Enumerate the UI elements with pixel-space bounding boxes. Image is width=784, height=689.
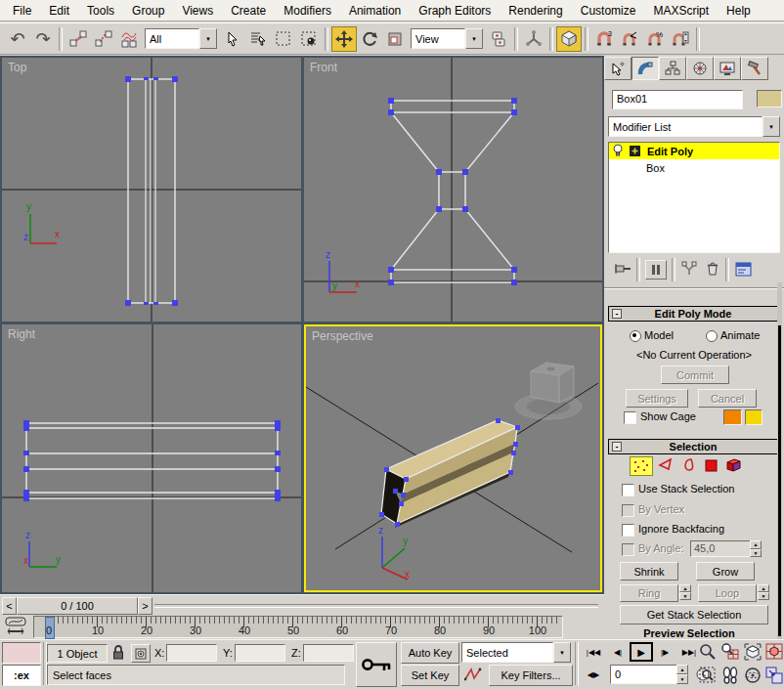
arc-rotate-icon[interactable]: [743, 666, 762, 687]
window-crossing-toggle-icon[interactable]: [296, 26, 322, 52]
undo-icon[interactable]: ↶: [5, 26, 30, 52]
time-slider-right-icon[interactable]: >: [138, 597, 152, 615]
menu-item-maxscript[interactable]: MAXScript: [644, 1, 718, 21]
grow-button[interactable]: Grow: [696, 562, 755, 581]
auto-key-button[interactable]: Auto Key: [401, 642, 459, 664]
rectangular-selection-region-icon[interactable]: [271, 26, 296, 52]
preview-selection-header[interactable]: Preview Selection: [604, 627, 774, 639]
by-angle-spinner[interactable]: ▲▼: [750, 540, 762, 557]
angle-snap-icon[interactable]: [617, 26, 642, 52]
tab-display[interactable]: [714, 57, 741, 80]
object-name-field[interactable]: Box01: [612, 90, 743, 109]
select-and-move-icon[interactable]: [331, 26, 357, 52]
make-unique-icon[interactable]: [680, 261, 698, 279]
menu-item-rendering[interactable]: Rendering: [500, 1, 571, 21]
chevron-down-icon[interactable]: ▼: [553, 642, 571, 663]
animate-radio[interactable]: [706, 330, 718, 342]
key-mode-toggle-icon[interactable]: ◀▶: [581, 665, 606, 684]
panel-scrollbar-thumb[interactable]: [778, 325, 781, 636]
viewport-right-label[interactable]: Right: [8, 327, 35, 341]
menu-item-animation[interactable]: Animation: [340, 1, 410, 21]
stack-item-box[interactable]: Box: [609, 159, 779, 176]
cage-color-swatch[interactable]: [723, 409, 742, 425]
collapse-icon[interactable]: -: [612, 309, 622, 319]
pan-icon[interactable]: [720, 666, 740, 687]
set-key-button[interactable]: Set Key: [401, 665, 459, 686]
remove-modifier-icon[interactable]: [706, 261, 719, 279]
loop-button[interactable]: Loop: [698, 584, 757, 602]
select-and-manipulate-icon[interactable]: [521, 26, 546, 52]
coord-system-dropdown[interactable]: View ▼: [411, 28, 483, 49]
absolute-offset-toggle-icon[interactable]: [131, 644, 151, 663]
viewport-front[interactable]: Front: [304, 58, 602, 322]
go-to-start-button[interactable]: |◀◀: [581, 642, 606, 662]
region-zoom-icon[interactable]: [698, 666, 718, 687]
viewport-top[interactable]: Top y z x: [2, 58, 301, 322]
menu-item-help[interactable]: Help: [718, 1, 760, 21]
menu-item-views[interactable]: Views: [173, 1, 222, 21]
loop-spinner[interactable]: ▲▼: [758, 584, 769, 600]
vertex-subobject-icon[interactable]: [630, 456, 653, 476]
menu-item-graph-editors[interactable]: Graph Editors: [410, 1, 500, 21]
by-angle-checkbox[interactable]: [622, 543, 634, 556]
viewport-front-label[interactable]: Front: [310, 61, 337, 74]
rollout-edit-poly-mode-header[interactable]: - Edit Poly Mode: [608, 306, 778, 322]
panel-scrollbar[interactable]: [777, 282, 782, 639]
min-max-viewport-toggle-icon[interactable]: [764, 666, 784, 687]
bind-to-spacewarp-icon[interactable]: [116, 26, 142, 52]
collapse-icon[interactable]: -: [612, 442, 622, 452]
x-coordinate-field[interactable]: [166, 644, 217, 662]
y-coordinate-field[interactable]: [235, 644, 285, 662]
select-and-rotate-icon[interactable]: [357, 26, 382, 52]
object-color-swatch[interactable]: [757, 90, 782, 108]
time-slider-handle[interactable]: 0 / 100: [17, 597, 138, 615]
keyboard-shortcut-override-icon[interactable]: [556, 26, 582, 52]
rollout-selection-header[interactable]: - Selection: [608, 439, 778, 454]
stack-item-edit-poly[interactable]: Edit Poly: [609, 143, 779, 159]
previous-frame-button[interactable]: ◀|: [608, 642, 628, 662]
use-pivot-center-icon[interactable]: [486, 26, 511, 52]
menu-item-tools[interactable]: Tools: [78, 1, 123, 21]
key-filter-dropdown[interactable]: Selected ▼: [461, 642, 571, 663]
bulb-icon[interactable]: [612, 144, 625, 158]
chevron-down-icon[interactable]: ▼: [762, 116, 780, 137]
default-tangent-icon[interactable]: [461, 665, 485, 684]
tab-hierarchy[interactable]: [659, 57, 686, 80]
tab-create[interactable]: [604, 57, 632, 80]
select-by-name-icon[interactable]: [245, 26, 271, 52]
get-stack-selection-button[interactable]: Get Stack Selection: [620, 605, 768, 624]
time-slider-left-icon[interactable]: <: [2, 597, 17, 615]
play-button[interactable]: ▶: [630, 642, 653, 662]
redo-icon[interactable]: ↷: [30, 26, 56, 52]
maxscript-listener-pink[interactable]: [2, 642, 41, 664]
element-subobject-icon[interactable]: [725, 456, 743, 475]
set-keys-button[interactable]: [356, 642, 397, 687]
zoom-all-icon[interactable]: [720, 642, 740, 664]
edge-subobject-icon[interactable]: [658, 457, 674, 475]
ring-button[interactable]: Ring: [620, 584, 678, 602]
expand-plus-icon[interactable]: [630, 146, 640, 156]
chevron-down-icon[interactable]: ▼: [199, 28, 217, 49]
shrink-button[interactable]: Shrink: [620, 562, 678, 581]
configure-modifier-sets-icon[interactable]: [735, 262, 752, 279]
selection-filter-dropdown[interactable]: All ▼: [145, 28, 217, 49]
cancel-button[interactable]: Cancel: [698, 389, 757, 408]
select-and-scale-icon[interactable]: [382, 26, 408, 52]
viewport-perspective-label[interactable]: Perspective: [312, 329, 373, 343]
viewport-perspective[interactable]: Perspective: [304, 324, 602, 592]
ring-spinner[interactable]: ▲▼: [679, 584, 691, 600]
use-stack-selection-checkbox[interactable]: [622, 484, 634, 496]
zoom-extents-icon[interactable]: [743, 642, 762, 664]
tab-utilities[interactable]: [741, 57, 768, 80]
settings-button[interactable]: Settings: [626, 389, 688, 408]
track-bar-ruler[interactable]: 0 10 20 30 40 50 60 70 80 90 100: [33, 616, 563, 638]
menu-item-group[interactable]: Group: [123, 1, 173, 21]
select-object-icon[interactable]: [220, 26, 245, 52]
time-slider-track[interactable]: [154, 604, 598, 608]
by-vertex-checkbox[interactable]: [622, 504, 634, 517]
next-frame-button[interactable]: |▶: [655, 642, 675, 662]
menu-item-file[interactable]: File: [4, 1, 40, 21]
viewport-top-label[interactable]: Top: [8, 61, 26, 74]
percent-snap-icon[interactable]: %: [642, 26, 668, 52]
polygon-subobject-icon[interactable]: [704, 457, 719, 475]
